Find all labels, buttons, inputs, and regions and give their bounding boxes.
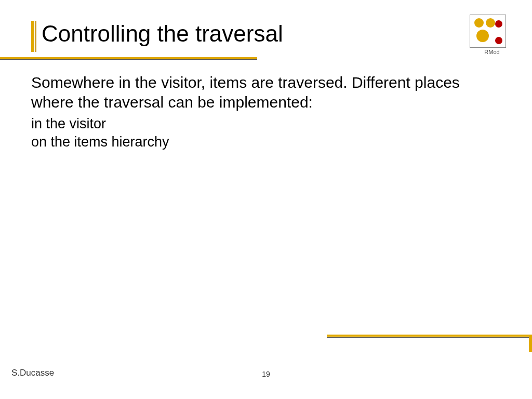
content-area: Somewhere in the visitor, items are trav… [31, 73, 501, 151]
title-accent-bar [31, 21, 34, 52]
logo-dot-icon [474, 18, 484, 28]
footer-line-thin [327, 337, 532, 338]
author-label: S.Ducasse [11, 368, 54, 378]
page-number: 19 [262, 370, 270, 378]
title-wrap: Controlling the traversal [31, 21, 283, 52]
title-underline-thin [0, 59, 257, 60]
title-accent-inner [35, 21, 36, 52]
logo-dot-icon [486, 18, 495, 28]
logo-dot-icon [476, 30, 489, 42]
list-item: on the items hierarchy [31, 133, 501, 151]
rmod-logo: RMod [470, 15, 516, 56]
footer-line [327, 335, 532, 337]
logo-dot-icon [495, 20, 502, 28]
logo-box [470, 15, 506, 48]
intro-paragraph: Somewhere in the visitor, items are trav… [31, 73, 501, 112]
logo-dot-icon [495, 37, 502, 44]
logo-label: RMod [468, 49, 516, 55]
footer-tick [529, 337, 532, 352]
list-item: in the visitor [31, 115, 501, 133]
slide: Controlling the traversal RMod Somewhere… [0, 0, 532, 399]
slide-title: Controlling the traversal [42, 21, 283, 52]
